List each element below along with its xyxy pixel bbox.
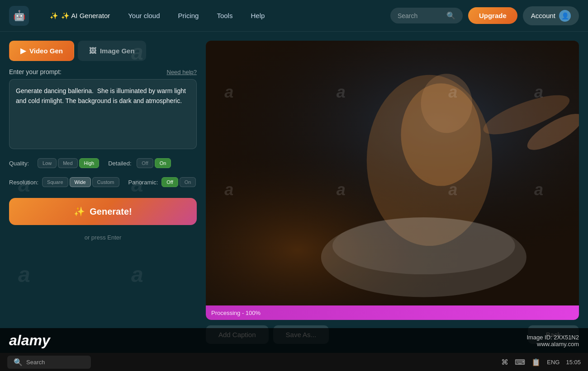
nav-label-tools: Tools	[217, 12, 232, 19]
nav-item-tools[interactable]: Tools	[209, 8, 240, 23]
video-icon: ▶	[20, 47, 26, 55]
search-icon: 🔍	[446, 11, 455, 20]
taskbar-search[interactable]: 🔍 Search	[7, 356, 91, 369]
nav-label-cloud: Your cloud	[128, 12, 160, 19]
logo-icon: 🤖	[9, 6, 29, 26]
alamy-logo: alamy	[9, 332, 50, 349]
generate-button[interactable]: ✨ Generate!	[9, 198, 197, 225]
star-icon: ✨	[50, 12, 58, 20]
taskbar-copy-icon: 📋	[531, 358, 541, 366]
taskbar-search-icon: 🔍	[14, 358, 23, 366]
tab-video-gen[interactable]: ▶ Video Gen	[9, 41, 74, 61]
detailed-label: Detailed:	[108, 160, 133, 167]
taskbar-cmd-icon: ⌘	[501, 358, 508, 366]
need-help-link[interactable]: Need help?	[167, 69, 197, 75]
main-content: ▶ Video Gen 🖼 Image Gen Enter your promp…	[0, 32, 588, 353]
ballerina-svg	[206, 41, 579, 320]
quality-toggle-group: Low Med High	[38, 158, 99, 168]
panoramic-toggle-group: Off On	[161, 177, 196, 187]
account-label: Account	[531, 12, 555, 19]
tab-image-label: Image Gen	[100, 47, 135, 55]
progress-text: Processing - 100%	[211, 310, 261, 316]
avatar: 👤	[559, 10, 571, 22]
right-panel: a a a a a a a a Processing - 100% Add Ca…	[206, 41, 579, 344]
main-nav: ✨ ✨ AI Generator Your cloud Pricing Tool…	[43, 8, 390, 23]
generated-image: a a a a a a a a	[206, 41, 579, 320]
alamy-image-id: Image ID: 2XX51N2	[526, 334, 579, 341]
settings-row-2: Resolution: Square Wide Custom Panoramic…	[9, 177, 197, 187]
resolution-square-button[interactable]: Square	[42, 177, 68, 187]
alamy-bottom-bar: alamy Image ID: 2XX51N2 www.alamy.com	[0, 328, 588, 353]
prompt-section: Enter your prompt: Need help? Generate d…	[9, 68, 197, 149]
alamy-info: Image ID: 2XX51N2 www.alamy.com	[526, 334, 579, 348]
header-search-input[interactable]	[398, 12, 443, 19]
prompt-label: Enter your prompt:	[9, 68, 62, 75]
image-container: a a a a a a a a Processing - 100%	[206, 41, 579, 320]
panoramic-off-button[interactable]: Off	[161, 177, 178, 187]
prompt-textarea[interactable]: Generate dancing ballerina. She is illum…	[9, 79, 197, 149]
panoramic-setting: Panoramic: Off On	[128, 177, 196, 187]
progress-bar-container: Processing - 100%	[206, 305, 579, 320]
alamy-website: www.alamy.com	[526, 341, 579, 348]
progress-fill	[206, 305, 579, 320]
quality-label: Quality:	[9, 160, 34, 167]
upgrade-button[interactable]: Upgrade	[468, 7, 517, 24]
detailed-toggle-group: Off On	[137, 158, 171, 168]
taskbar: 🔍 Search ⌘ ⌨ 📋 ENG 15:05	[0, 353, 588, 371]
tab-image-gen[interactable]: 🖼 Image Gen	[78, 41, 146, 61]
detailed-setting: Detailed: Off On	[108, 158, 171, 168]
svg-point-9	[332, 217, 515, 274]
header-right: 🔍 Upgrade Account 👤	[390, 6, 579, 25]
detailed-on-button[interactable]: On	[155, 158, 171, 168]
settings-row-1: Quality: Low Med High Detailed: Off On	[9, 158, 197, 168]
nav-item-help[interactable]: Help	[243, 8, 272, 23]
taskbar-right: ⌘ ⌨ 📋 ENG 15:05	[501, 358, 581, 366]
nav-label-ai: ✨ AI Generator	[61, 12, 110, 20]
nav-item-your-cloud[interactable]: Your cloud	[121, 8, 167, 23]
generate-star-icon: ✨	[74, 206, 85, 217]
resolution-wide-button[interactable]: Wide	[70, 177, 91, 187]
account-button[interactable]: Account 👤	[523, 6, 579, 25]
quality-med-button[interactable]: Med	[58, 158, 77, 168]
prompt-header: Enter your prompt: Need help?	[9, 68, 197, 75]
resolution-label: Resolution:	[9, 179, 38, 186]
quality-setting: Quality: Low Med High	[9, 158, 99, 168]
nav-item-ai-generator[interactable]: ✨ ✨ AI Generator	[43, 8, 117, 23]
taskbar-time: 15:05	[566, 359, 581, 366]
panoramic-label: Panoramic:	[128, 179, 158, 186]
header: 🤖 ✨ ✨ AI Generator Your cloud Pricing To…	[0, 0, 588, 32]
image-icon: 🖼	[89, 47, 96, 55]
header-search-box[interactable]: 🔍	[390, 8, 463, 23]
nav-item-pricing[interactable]: Pricing	[171, 8, 206, 23]
resolution-custom-button[interactable]: Custom	[92, 177, 119, 187]
generate-label: Generate!	[90, 207, 132, 217]
quality-high-button[interactable]: High	[79, 158, 100, 168]
detailed-off-button[interactable]: Off	[137, 158, 153, 168]
tabs: ▶ Video Gen 🖼 Image Gen	[9, 41, 197, 61]
nav-label-help: Help	[251, 12, 265, 19]
nav-label-pricing: Pricing	[178, 12, 199, 19]
panoramic-on-button[interactable]: On	[180, 177, 196, 187]
resolution-toggle-group: Square Wide Custom	[42, 177, 119, 187]
quality-low-button[interactable]: Low	[38, 158, 57, 168]
logo[interactable]: 🤖	[9, 6, 29, 26]
resolution-setting: Resolution: Square Wide Custom	[9, 177, 119, 187]
svg-point-5	[421, 74, 473, 133]
taskbar-language: ENG	[547, 359, 560, 366]
left-panel: ▶ Video Gen 🖼 Image Gen Enter your promp…	[9, 41, 197, 344]
tab-video-label: Video Gen	[29, 47, 63, 55]
taskbar-search-label: Search	[26, 359, 45, 366]
taskbar-keyboard-icon: ⌨	[515, 358, 525, 366]
press-enter-text: or press Enter	[9, 234, 197, 241]
